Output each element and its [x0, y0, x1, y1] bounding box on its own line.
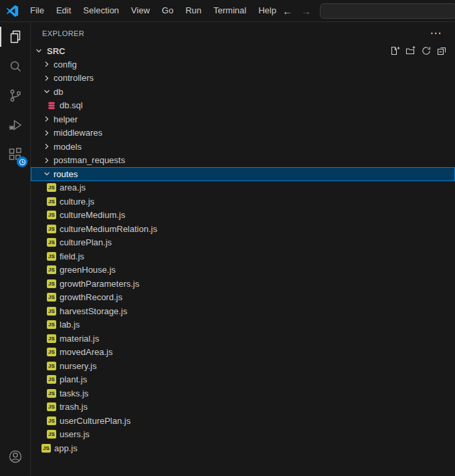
javascript-file-icon: JS	[47, 334, 56, 343]
javascript-file-icon: JS	[47, 225, 56, 233]
activitybar-account[interactable]	[0, 442, 30, 471]
tree-file-nursery.js[interactable]: JSnursery.js	[31, 359, 455, 373]
tree-file-tasks.js[interactable]: JStasks.js	[31, 386, 455, 400]
tree-folder-helper[interactable]: helper	[31, 112, 455, 126]
javascript-file-icon: JS	[47, 402, 56, 411]
nav-back-icon[interactable]: ←	[282, 6, 292, 16]
chevron-right-icon	[41, 155, 52, 166]
tree-folder-config[interactable]: config	[31, 57, 455, 72]
explorer-sidebar: EXPLORER ⋯ SRC configcontrollersdbdb.sql…	[31, 22, 455, 475]
tree-file-plant.js[interactable]: JSplant.js	[31, 373, 455, 387]
tree-file-field.js[interactable]: JSfield.js	[31, 249, 455, 263]
menu-terminal[interactable]: Terminal	[207, 3, 252, 19]
title-bar: FileEditSelectionViewGoRunTerminalHelp ←…	[0, 0, 455, 22]
tree-item-label: postman_requests	[54, 155, 125, 165]
tree-item-label: culturePlan.js	[60, 237, 112, 247]
javascript-file-icon: JS	[47, 197, 56, 206]
tree-folder-middlewares[interactable]: middlewares	[31, 126, 455, 140]
tree-item-label: field.js	[60, 251, 84, 261]
menu-help[interactable]: Help	[252, 3, 282, 19]
tree-item-label: controllers	[54, 73, 94, 83]
section-header-src[interactable]: SRC	[31, 44, 455, 57]
activitybar-extensions[interactable]	[0, 140, 30, 169]
tree-item-label: cultureMedium.js	[60, 210, 125, 220]
tree-file-users.js[interactable]: JSusers.js	[31, 428, 455, 442]
javascript-file-icon: JS	[47, 265, 56, 274]
menu-file[interactable]: File	[24, 3, 50, 19]
activity-bar-spacer	[0, 169, 30, 442]
tree-item-label: middlewares	[54, 128, 102, 138]
tree-folder-db[interactable]: db	[31, 85, 455, 99]
tree-file-growthRecord.js[interactable]: JSgrowthRecord.js	[31, 291, 455, 305]
tree-item-label: models	[54, 142, 82, 152]
tree-file-db.sql[interactable]: db.sql	[31, 99, 455, 113]
nav-forward-icon[interactable]: →	[301, 6, 311, 16]
run-debug-icon	[7, 117, 23, 133]
collapse-all-icon[interactable]	[436, 45, 447, 56]
workbench: EXPLORER ⋯ SRC configcontrollersdbdb.sql…	[0, 22, 455, 475]
file-tree: configcontrollersdbdb.sqlhelpermiddlewar…	[31, 57, 455, 475]
new-file-icon[interactable]	[390, 45, 401, 56]
vscode-logo-icon	[6, 4, 19, 17]
more-actions-icon[interactable]: ⋯	[430, 27, 442, 39]
tree-file-lab.js[interactable]: JSlab.js	[31, 318, 455, 332]
tree-file-material.js[interactable]: JSmaterial.js	[31, 332, 455, 346]
tree-folder-postman_requests[interactable]: postman_requests	[31, 154, 455, 168]
javascript-file-icon: JS	[47, 362, 56, 370]
javascript-file-icon: JS	[47, 252, 56, 261]
javascript-file-icon: JS	[47, 211, 56, 219]
tree-file-app.js[interactable]: JSapp.js	[31, 441, 455, 455]
activitybar-run-debug[interactable]	[0, 110, 30, 140]
activitybar-explorer[interactable]	[0, 22, 30, 51]
chevron-right-icon	[41, 59, 52, 70]
tree-item-label: nursery.js	[60, 361, 96, 371]
source-control-icon	[7, 88, 23, 104]
menu-bar: FileEditSelectionViewGoRunTerminalHelp	[24, 0, 282, 21]
titlebar-right: ← →	[282, 3, 455, 19]
tree-file-cultureMedium.js[interactable]: JScultureMedium.js	[31, 209, 455, 223]
tree-folder-routes[interactable]: routes	[31, 167, 455, 181]
tree-folder-models[interactable]: models	[31, 140, 455, 154]
refresh-icon[interactable]	[421, 45, 432, 56]
activitybar-source-control[interactable]	[0, 81, 30, 110]
chevron-down-icon	[33, 45, 44, 56]
new-folder-icon[interactable]	[405, 45, 416, 56]
menu-run[interactable]: Run	[179, 3, 207, 19]
account-icon	[7, 449, 23, 465]
tree-file-culturePlan.js[interactable]: JSculturePlan.js	[31, 236, 455, 250]
activitybar-search[interactable]	[0, 51, 30, 81]
javascript-file-icon: JS	[47, 375, 56, 384]
tree-file-cultureMediumRelation.js[interactable]: JScultureMediumRelation.js	[31, 222, 455, 236]
chevron-right-icon	[41, 128, 52, 138]
tree-file-greenHouse.js[interactable]: JSgreenHouse.js	[31, 263, 455, 277]
tree-file-growthParameters.js[interactable]: JSgrowthParameters.js	[31, 277, 455, 291]
tree-file-area.js[interactable]: JSarea.js	[31, 181, 455, 195]
tree-item-label: cultureMediumRelation.js	[60, 224, 157, 234]
menu-edit[interactable]: Edit	[50, 3, 77, 19]
explorer-title: EXPLORER	[42, 29, 84, 37]
tree-file-userCulturePlan.js[interactable]: JSuserCulturePlan.js	[31, 414, 455, 428]
menu-view[interactable]: View	[125, 3, 156, 19]
tree-item-label: movedArea.js	[60, 347, 112, 357]
tree-file-harvestStorage.js[interactable]: JSharvestStorage.js	[31, 304, 455, 318]
chevron-down-icon	[41, 86, 52, 97]
tree-file-culture.js[interactable]: JSculture.js	[31, 195, 455, 209]
javascript-file-icon: JS	[47, 293, 56, 302]
chevron-right-icon	[41, 73, 52, 84]
tree-item-label: growthRecord.js	[60, 292, 122, 302]
tree-folder-controllers[interactable]: controllers	[31, 72, 455, 86]
menu-selection[interactable]: Selection	[77, 3, 124, 19]
menu-go[interactable]: Go	[156, 3, 179, 19]
explorer-header: EXPLORER ⋯	[31, 22, 455, 44]
tree-item-label: lab.js	[60, 320, 80, 330]
tree-file-trash.js[interactable]: JStrash.js	[31, 400, 455, 414]
tree-item-label: users.js	[60, 429, 90, 439]
tree-file-movedArea.js[interactable]: JSmovedArea.js	[31, 346, 455, 360]
tree-item-label: trash.js	[60, 402, 88, 412]
command-center-search[interactable]	[320, 3, 455, 19]
tree-item-label: plant.js	[60, 374, 87, 384]
explorer-actions	[390, 45, 447, 56]
section-title: SRC	[47, 46, 65, 56]
tree-item-label: harvestStorage.js	[60, 306, 127, 316]
javascript-file-icon: JS	[47, 348, 56, 356]
